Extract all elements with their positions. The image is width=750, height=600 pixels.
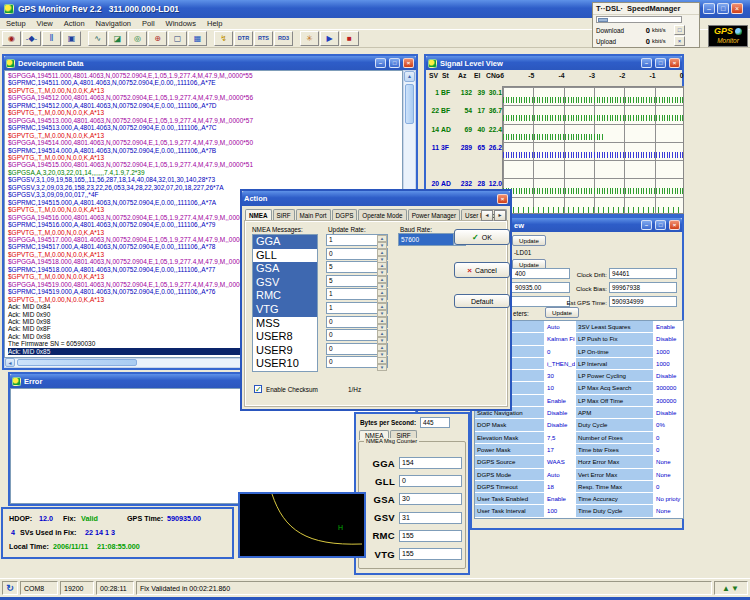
nmea-line[interactable]: $GPGSA,A,3,20,03,22,01,14,,,,,,,7.4,1.9,… bbox=[8, 169, 402, 176]
spin-up-icon[interactable]: ▲ bbox=[377, 357, 387, 364]
close-icon[interactable]: × bbox=[403, 58, 414, 68]
spin-up-icon[interactable]: ▲ bbox=[377, 262, 387, 269]
update-rate-spinner[interactable]: 0▲▼ bbox=[326, 316, 388, 328]
nmea-line[interactable]: $GPVTG,,T,,M,0.00,N,0.0,K,A*13 bbox=[8, 109, 402, 116]
menu-item-action[interactable]: Action bbox=[64, 19, 85, 28]
close-icon[interactable]: × bbox=[497, 194, 508, 204]
toolbar-monitor-button[interactable]: ▢ bbox=[168, 31, 187, 46]
update-button[interactable]: Update bbox=[512, 235, 546, 246]
toolbar-pause-button[interactable]: Ⅱ bbox=[42, 31, 61, 46]
update-rate-spinner[interactable]: 1▲▼ bbox=[326, 302, 388, 314]
minimize-icon[interactable]: – bbox=[375, 58, 386, 68]
nmea-line[interactable]: $GPGGA,194513.000,4801.4063,N,00752.0904… bbox=[8, 117, 402, 124]
update-rate-spinner[interactable]: 0▲▼ bbox=[326, 329, 388, 341]
cancel-button[interactable]: × Cancel bbox=[454, 262, 510, 278]
default-button[interactable]: Default bbox=[454, 294, 510, 308]
nmea-line[interactable]: $GPRMC,194513.000,A,4801.4063,N,00752.09… bbox=[8, 124, 402, 131]
update-rate-spinner[interactable]: 0▲▼ bbox=[326, 248, 388, 260]
nmea-message-item[interactable]: USER9 bbox=[253, 344, 317, 358]
spin-up-icon[interactable]: ▲ bbox=[377, 344, 387, 351]
nmea-line[interactable]: $GPRMC,194511.000,A,4801.4063,N,00752.09… bbox=[8, 79, 402, 86]
menu-item-view[interactable]: View bbox=[37, 19, 53, 28]
nmea-line[interactable]: $GPGGA,194515.000,4801.4063,N,00752.0904… bbox=[8, 161, 402, 168]
counter-value-box[interactable]: 154 bbox=[399, 457, 462, 469]
scrollbar-thumb[interactable] bbox=[405, 84, 414, 124]
toolbar-chart-button[interactable]: ◪ bbox=[108, 31, 127, 46]
close-icon[interactable]: × bbox=[669, 220, 680, 230]
clock-field-value[interactable]: 94461 bbox=[609, 268, 677, 279]
nmea-line[interactable]: $GPGSV,3,1,09,19,58,165,,11,56,287,18,14… bbox=[8, 176, 402, 183]
nmea-line[interactable]: $GPGGA,194512.000,4801.4063,N,00752.0904… bbox=[8, 94, 402, 101]
menu-item-setup[interactable]: Setup bbox=[6, 19, 26, 28]
nmea-line[interactable]: $GPVTG,,T,,M,0.00,N,0.0,K,A*13 bbox=[8, 154, 402, 161]
action-tab-power-manager[interactable]: Power Manager bbox=[408, 209, 460, 220]
menu-item-windows[interactable]: Windows bbox=[166, 19, 196, 28]
nmea-line[interactable]: $GPGGA,194511.000,4801.4063,N,00752.0904… bbox=[8, 72, 402, 79]
menu-item-navigation[interactable]: Navigation bbox=[96, 19, 131, 28]
action-tab-nmea[interactable]: NMEA bbox=[245, 209, 272, 220]
menu-item-help[interactable]: Help bbox=[207, 19, 222, 28]
action-dialog-titlebar[interactable]: Action × bbox=[242, 191, 510, 206]
clock-field-value[interactable]: 590934999 bbox=[609, 296, 677, 307]
nmea-line[interactable]: $GPVTG,,T,,M,0.00,N,0.0,K,A*13 bbox=[8, 87, 402, 94]
nmea-line[interactable]: $GPGGA,194514.000,4801.4063,N,00752.0904… bbox=[8, 139, 402, 146]
update-rate-spinner[interactable]: 0▲▼ bbox=[326, 343, 388, 355]
toolbar-dtr-button[interactable]: DTR bbox=[234, 31, 253, 46]
update-rate-spinner[interactable]: 1▲▼ bbox=[326, 288, 388, 300]
maximize-icon[interactable]: □ bbox=[717, 3, 729, 14]
toolbar-globe-button[interactable]: ◎ bbox=[128, 31, 147, 46]
toolbar-scope-button[interactable]: ∿ bbox=[88, 31, 107, 46]
minimize-icon[interactable]: – bbox=[703, 3, 715, 14]
toolbar-rts-button[interactable]: RTS bbox=[254, 31, 273, 46]
toolbar-save-button[interactable]: ▣ bbox=[62, 31, 81, 46]
counter-value-box[interactable]: 0 bbox=[399, 475, 462, 487]
nmea-message-item[interactable]: VTG bbox=[253, 303, 317, 317]
nmea-message-item[interactable]: GSV bbox=[253, 276, 317, 290]
toolbar-stop-button[interactable]: ■ bbox=[340, 31, 359, 46]
tab-scroll-left-icon[interactable]: ◄ bbox=[481, 210, 493, 221]
spin-up-icon[interactable]: ▲ bbox=[377, 289, 387, 296]
update-rate-spinner[interactable]: 5▲▼ bbox=[326, 261, 388, 273]
action-tab-dgps[interactable]: DGPS bbox=[332, 209, 358, 220]
toolbar-crosshair-button[interactable]: ⊕ bbox=[148, 31, 167, 46]
spin-up-icon[interactable]: ▲ bbox=[377, 317, 387, 324]
spin-up-icon[interactable]: ▲ bbox=[377, 330, 387, 337]
menu-item-poll[interactable]: Poll bbox=[142, 19, 155, 28]
scrollbar-thumb[interactable] bbox=[17, 359, 137, 366]
counter-value-box[interactable]: 155 bbox=[399, 530, 462, 542]
speedmanager-titlebar[interactable]: T··DSL· SpeedManager bbox=[593, 3, 699, 15]
nmea-line[interactable]: $GPRMC,194512.000,A,4801.4063,N,00752.09… bbox=[8, 102, 402, 109]
speed-slider[interactable] bbox=[596, 16, 682, 23]
update-button[interactable]: Update bbox=[545, 307, 579, 318]
update-rate-spinner[interactable]: 0▲▼ bbox=[326, 356, 388, 368]
nmea-message-item[interactable]: GLL bbox=[253, 249, 317, 263]
toolbar-rd3-button[interactable]: RD3 bbox=[274, 31, 293, 46]
nmea-message-item[interactable]: USER8 bbox=[253, 330, 317, 344]
clock-field-value[interactable]: 99967938 bbox=[609, 282, 677, 293]
toolbar-serial-plug-button[interactable]: -◆- bbox=[22, 31, 41, 46]
update-rate-spinner[interactable]: 1▲▼ bbox=[326, 234, 388, 246]
action-tab-operate-mode[interactable]: Operate Mode bbox=[358, 209, 406, 220]
toolbar-play-button[interactable]: ▶ bbox=[320, 31, 339, 46]
checkbox-checked-icon[interactable]: ✓ bbox=[254, 385, 262, 393]
spin-up-icon[interactable]: ▲ bbox=[377, 249, 387, 256]
nmea-line[interactable]: $GPVTG,,T,,M,0.00,N,0.0,K,A*13 bbox=[8, 132, 402, 139]
maximize-icon[interactable]: □ bbox=[389, 58, 400, 68]
minimize-icon[interactable]: – bbox=[641, 220, 652, 230]
toolbar-grid-button[interactable]: ▦ bbox=[188, 31, 207, 46]
scroll-left-icon[interactable]: ◄ bbox=[5, 358, 15, 367]
spin-up-icon[interactable]: ▲ bbox=[377, 276, 387, 283]
toolbar-poll-button[interactable]: ✳ bbox=[300, 31, 319, 46]
tab-scroll-right-icon[interactable]: ► bbox=[494, 210, 506, 221]
nmea-line[interactable]: $GPRMC,194514.000,A,4801.4063,N,00752.09… bbox=[8, 147, 402, 154]
nmea-message-item[interactable]: GGA bbox=[253, 235, 317, 249]
spin-up-icon[interactable]: ▲ bbox=[377, 303, 387, 310]
toolbar-lightning-button[interactable]: ↯ bbox=[214, 31, 233, 46]
close-icon[interactable]: × bbox=[674, 36, 685, 46]
ok-button[interactable]: ✓ OK bbox=[454, 229, 510, 245]
update-rate-spinner[interactable]: 5▲▼ bbox=[326, 275, 388, 287]
nmea-message-item[interactable]: USER10 bbox=[253, 357, 317, 371]
nmea-message-item[interactable]: GSA bbox=[253, 262, 317, 276]
spin-up-icon[interactable]: ▲ bbox=[377, 235, 387, 242]
development-data-titlebar[interactable]: Development Data – □ × bbox=[4, 56, 416, 70]
